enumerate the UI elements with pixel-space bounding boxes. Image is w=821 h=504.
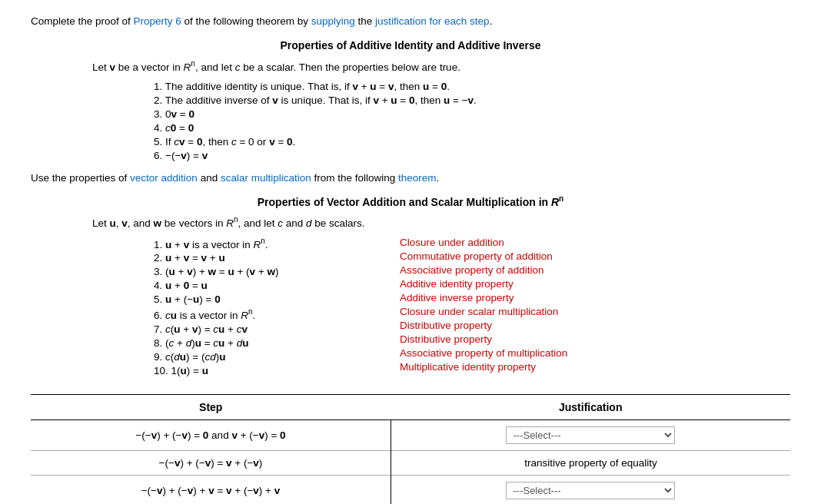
vec-prop-6: 6. cu is a vector in Rn. (154, 307, 400, 321)
vec-prop-7: 7. c(u + v) = cu + cv (154, 323, 400, 335)
vec-prop-5: 5. u + (−u) = 0 (154, 293, 400, 305)
step-3-text: −(−v) + (−v) + v = v + (−v) + v (31, 475, 391, 504)
prop-3: 3. 0v = 0 (154, 108, 790, 120)
table-row: −(−v) + (−v) = v + (−v) transitive prope… (31, 450, 790, 475)
prop-6: 6. −(−v) = v (154, 150, 790, 161)
just-2: Commutative property of addition (400, 250, 646, 262)
just-7: Distributive property (400, 320, 646, 331)
prop-4: 4. c0 = 0 (154, 122, 790, 134)
theorem1-title: Properties of Additive Identity and Addi… (31, 39, 790, 51)
use-properties-text: Use the properties of vector addition an… (31, 172, 790, 184)
just-3: Associative property of addition (400, 264, 646, 276)
theorem2-right-col: Closure under addition Commutative prope… (400, 237, 646, 379)
just-8: Distributive property (400, 333, 646, 345)
table-row: −(−v) + (−v) + v = v + (−v) + v ---Selec… (31, 475, 790, 504)
theorem2-left-col: 1. u + v is a vector in Rn. 2. u + v = v… (154, 237, 400, 379)
just-5: Additive inverse property (400, 292, 646, 303)
step-1-justification: ---Select--- Additive inverse property A… (391, 419, 790, 450)
vec-prop-3: 3. (u + v) + w = u + (v + w) (154, 266, 400, 277)
just-10: Multiplicative identity property (400, 361, 646, 373)
just-4: Additive identity property (400, 278, 646, 290)
step-1-select[interactable]: ---Select--- Additive inverse property A… (506, 426, 675, 444)
prop-2: 2. The additive inverse of v is unique. … (154, 94, 790, 106)
theorem2-list: 1. u + v is a vector in Rn. 2. u + v = v… (154, 237, 790, 379)
prop-5: 5. If cv = 0, then c = 0 or v = 0. (154, 136, 790, 148)
just-1: Closure under addition (400, 237, 646, 248)
table-col-justification: Justification (391, 394, 790, 419)
transitive-label: transitive property of equality (524, 457, 657, 469)
step-3-select[interactable]: ---Select--- Additive inverse property A… (506, 482, 675, 499)
prop-1: 1. The additive identity is unique. That… (154, 81, 790, 92)
vec-prop-8: 8. (c + d)u = cu + du (154, 337, 400, 349)
theorem2-intro: Let u, v, and w be vectors in Rn, and le… (92, 215, 790, 229)
just-6: Closure under scalar multiplication (400, 306, 646, 317)
vec-prop-4: 4. u + 0 = u (154, 280, 400, 291)
theorem1-properties: 1. The additive identity is unique. That… (154, 81, 790, 161)
intro-text: Complete the proof of Property 6 of the … (31, 15, 790, 27)
theorem2-title: Properties of Vector Addition and Scalar… (31, 194, 790, 208)
vec-prop-9: 9. c(du) = (cd)u (154, 351, 400, 363)
table-row: −(−v) + (−v) = 0 and v + (−v) = 0 ---Sel… (31, 419, 790, 450)
theorem1-intro: Let v be a vector in Rn, and let c be a … (92, 59, 790, 73)
table-col-step: Step (31, 394, 391, 419)
vec-prop-2: 2. u + v = v + u (154, 252, 400, 264)
vec-prop-10: 10. 1(u) = u (154, 365, 400, 376)
just-9: Associative property of multiplication (400, 347, 646, 359)
vec-prop-1: 1. u + v is a vector in Rn. (154, 237, 400, 250)
step-1-text: −(−v) + (−v) = 0 and v + (−v) = 0 (31, 419, 391, 450)
proof-table: Step Justification −(−v) + (−v) = 0 and … (31, 394, 790, 504)
step-2-text: −(−v) + (−v) = v + (−v) (31, 450, 391, 475)
step-2-justification: transitive property of equality (391, 450, 790, 475)
step-3-justification: ---Select--- Additive inverse property A… (391, 475, 790, 504)
